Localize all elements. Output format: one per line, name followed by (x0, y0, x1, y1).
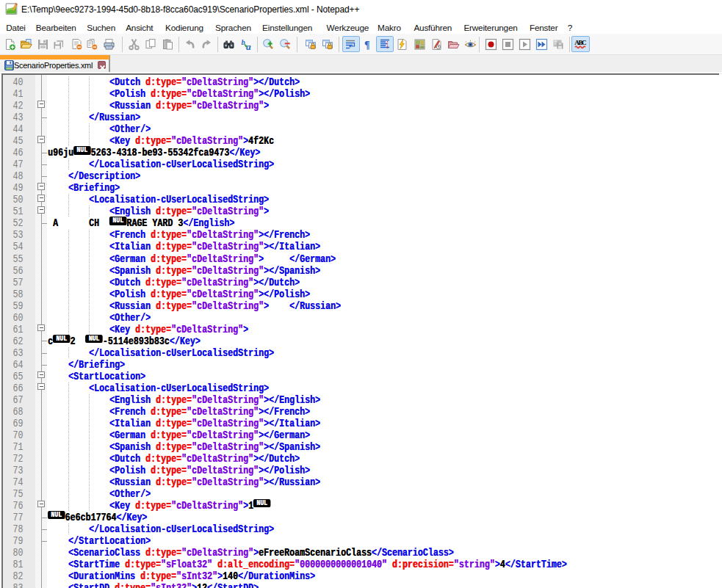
svg-text:ABC: ABC (574, 39, 587, 46)
svg-text:¶: ¶ (364, 40, 370, 51)
